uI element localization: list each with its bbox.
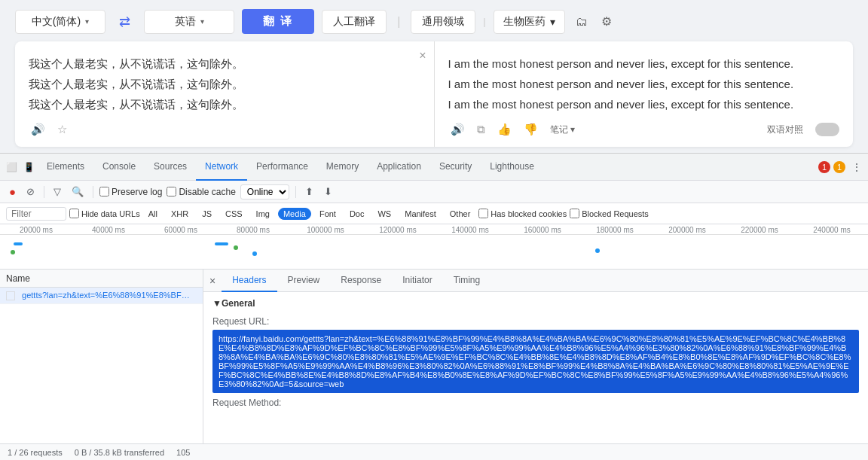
general-title: General	[222, 298, 255, 309]
requests-list: Name gettts?lan=zh&text=%E6%88%91%E8%BF%…	[0, 270, 203, 443]
waterfall-bar-1	[14, 242, 23, 245]
devtools-inspect-button[interactable]: ⬜	[3, 160, 20, 174]
filter-button[interactable]: ▽	[50, 184, 64, 199]
timeline-bars	[0, 235, 868, 261]
upload-button[interactable]: ⬆	[302, 184, 316, 199]
error-badge: 1	[818, 161, 830, 173]
target-copy-button[interactable]: ⧉	[475, 120, 487, 139]
tab-performance[interactable]: Performance	[247, 154, 317, 181]
tick-9: 200000 ms	[651, 226, 723, 234]
general-triangle: ▼	[212, 298, 222, 313]
filter-media[interactable]: Media	[278, 208, 311, 220]
tab-lighthouse[interactable]: Lighthouse	[481, 154, 543, 181]
filter-css[interactable]: CSS	[220, 208, 248, 220]
request-url-row: Request URL:	[212, 316, 859, 327]
waterfall-bar-2	[215, 242, 228, 245]
tab-elements[interactable]: Elements	[38, 154, 93, 181]
hide-data-urls-checkbox[interactable]: Hide data URLs	[69, 209, 140, 218]
throttle-select[interactable]: Online	[240, 184, 289, 200]
resource-size: 105	[176, 448, 190, 457]
detail-tab-initiator[interactable]: Initiator	[392, 270, 442, 292]
domain-chevron: ▾	[550, 16, 555, 28]
devtools-tabbar: ⬜ 📱 Elements Console Sources Network Per…	[0, 154, 868, 181]
tab-application[interactable]: Application	[368, 154, 430, 181]
target-panel-actions: 🔊 ⧉ 👍 👎 笔记 ▾ 双语对照	[448, 114, 840, 139]
domain-value: 生物医药	[503, 15, 546, 29]
detail-close-button[interactable]: ×	[209, 272, 222, 290]
source-lang-selector[interactable]: 中文(简体) ▾	[15, 10, 105, 34]
translate-button[interactable]: 翻 译	[242, 9, 314, 34]
filter-xhr[interactable]: XHR	[166, 208, 194, 220]
settings-button[interactable]: ⚙	[598, 11, 615, 32]
waterfall-dot-3	[252, 251, 257, 256]
waterfall-dot-1	[11, 250, 15, 254]
filter-ws[interactable]: WS	[372, 208, 396, 220]
target-line-2: I am the most honest person and never li…	[448, 78, 794, 90]
devtools-device-button[interactable]: 📱	[20, 160, 38, 174]
filter-js[interactable]: JS	[197, 208, 217, 220]
download-button[interactable]: ⬇	[321, 184, 335, 199]
has-blocked-cookies-checkbox[interactable]: Has blocked cookies	[478, 209, 567, 218]
tab-network[interactable]: Network	[196, 154, 247, 181]
manual-translate-button[interactable]: 人工翻译	[322, 10, 387, 34]
record-button[interactable]: ●	[6, 184, 19, 200]
blocked-requests-checkbox[interactable]: Blocked Requests	[570, 209, 649, 218]
waterfall-dot-4	[595, 248, 600, 253]
tab-sources[interactable]: Sources	[145, 154, 196, 181]
devtools-panel: ⬜ 📱 Elements Console Sources Network Per…	[0, 153, 868, 460]
target-lang-selector[interactable]: 英语 ▾	[144, 10, 234, 34]
request-item-0[interactable]: gettts?lan=zh&text=%E6%88%91%E8%BF%99...	[0, 288, 203, 304]
bilingual-toggle[interactable]	[815, 123, 839, 136]
tab-security[interactable]: Security	[430, 154, 481, 181]
bilingual-label: 双语对照	[767, 123, 803, 136]
source-audio-button[interactable]: 🔊	[29, 120, 47, 139]
target-notes-button[interactable]: 笔记 ▾	[548, 121, 577, 139]
folder-button[interactable]: 🗂	[573, 12, 591, 32]
waterfall-dot-2	[234, 245, 238, 250]
target-like-button[interactable]: 👍	[495, 120, 514, 139]
filter-font[interactable]: Font	[314, 208, 341, 220]
filter-all[interactable]: All	[143, 208, 163, 220]
filter-manifest[interactable]: Manifest	[399, 208, 442, 220]
devtools-more-button[interactable]: ⋮	[848, 160, 865, 175]
source-lang-label: 中文(简体)	[32, 15, 81, 29]
detail-tab-preview[interactable]: Preview	[277, 270, 331, 292]
source-panel-actions: 🔊 ☆	[29, 114, 420, 139]
request-url-value[interactable]: https://fanyi.baidu.com/gettts?lan=zh&te…	[212, 330, 859, 393]
detail-tab-response[interactable]: Response	[330, 270, 392, 292]
source-close-button[interactable]: ×	[419, 49, 426, 62]
filter-other[interactable]: Other	[445, 208, 476, 220]
tick-0: 20000 ms	[0, 226, 72, 234]
tab-console[interactable]: Console	[93, 154, 145, 181]
preserve-log-checkbox[interactable]: Preserve log	[99, 187, 162, 197]
target-line-1: I am the most honest person and never li…	[448, 57, 794, 70]
transferred-size: 0 B / 35.8 kB transferred	[75, 448, 164, 457]
stop-button[interactable]: ⊘	[23, 184, 38, 199]
tick-10: 220000 ms	[723, 226, 796, 234]
network-toolbar: ● ⊘ ▽ 🔍 Preserve log Disable cache Onlin…	[0, 181, 868, 203]
filter-input[interactable]	[6, 207, 66, 221]
filter-doc[interactable]: Doc	[344, 208, 370, 220]
timeline-ruler: 20000 ms 40000 ms 60000 ms 80000 ms 1000…	[0, 224, 868, 235]
request-method-row: Request Method:	[212, 398, 859, 408]
detail-panel: × Headers Preview Response Initiator Tim…	[203, 270, 868, 443]
search-button[interactable]: 🔍	[69, 184, 87, 199]
target-audio-button[interactable]: 🔊	[448, 120, 467, 139]
swap-button[interactable]: ⇄	[113, 11, 136, 33]
tick-8: 180000 ms	[579, 226, 651, 234]
domain-selector[interactable]: 生物医药 ▾	[494, 10, 565, 34]
tick-6: 140000 ms	[434, 226, 506, 234]
detail-tab-headers[interactable]: Headers	[222, 270, 277, 292]
name-column-header: Name	[6, 273, 30, 284]
domain-label-button[interactable]: 通用领域	[411, 10, 475, 34]
source-star-button[interactable]: ☆	[55, 120, 69, 139]
target-dislike-button[interactable]: 👎	[521, 120, 540, 139]
toolbar-separator: |	[397, 15, 400, 29]
detail-tab-timing[interactable]: Timing	[443, 270, 491, 292]
requests-header: Name	[0, 270, 203, 288]
tab-memory[interactable]: Memory	[317, 154, 368, 181]
disable-cache-checkbox[interactable]: Disable cache	[167, 187, 235, 197]
translation-panels: 我这个人最老实，从不说谎话，这句除外。 我这个人最老实，从不说谎话，这句除外。 …	[15, 41, 853, 147]
filter-img[interactable]: Img	[251, 208, 275, 220]
target-panel: I am the most honest person and never li…	[435, 41, 854, 147]
